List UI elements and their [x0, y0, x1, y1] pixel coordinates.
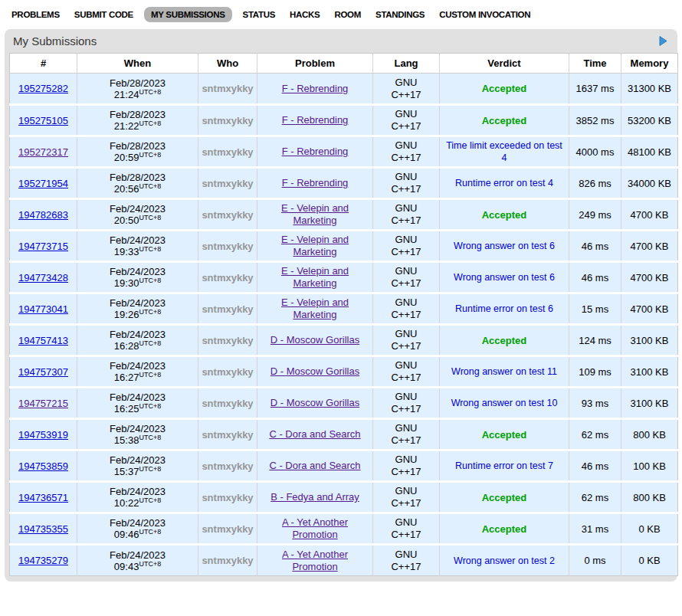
memory-cell: 34000 KB	[621, 168, 678, 199]
user-handle-link[interactable]: sntmxykky	[202, 241, 253, 252]
nav-tab-problems[interactable]: PROBLEMS	[8, 7, 64, 22]
user-handle-link[interactable]: sntmxykky	[202, 523, 253, 535]
problem-link[interactable]: E - Velepin and Marketing	[261, 265, 369, 290]
submission-time: 21:24UTC+8	[80, 89, 195, 100]
time-cell: 46 ms	[569, 262, 621, 293]
problem-link[interactable]: B - Fedya and Array	[271, 491, 359, 503]
when-cell: Feb/24/202319:33UTC+8	[77, 231, 198, 262]
table-row: 194735355Feb/24/202309:46UTC+8sntmxykkyA…	[10, 513, 678, 545]
verdict-label: Accepted	[482, 83, 527, 94]
user-handle-link[interactable]: sntmxykky	[202, 555, 253, 566]
time-cell: 15 ms	[569, 293, 621, 325]
table-row: 194757307Feb/24/202316:27UTC+8sntmxykkyD…	[10, 356, 678, 388]
table-row: 195275282Feb/28/202321:24UTC+8sntmxykkyF…	[10, 74, 678, 105]
time-cell: 249 ms	[569, 199, 621, 231]
submission-date: Feb/24/2023	[80, 392, 195, 403]
lang-cell: GNU C++17	[373, 388, 440, 419]
submission-date: Feb/28/2023	[80, 140, 195, 152]
nav-tab-submit-code[interactable]: SUBMIT CODE	[70, 7, 137, 22]
submission-id-link[interactable]: 194773041	[18, 303, 68, 315]
who-cell: sntmxykky	[198, 262, 257, 293]
user-handle-link[interactable]: sntmxykky	[202, 429, 253, 441]
submission-id-link[interactable]: 194782683	[18, 209, 68, 221]
submission-date: Feb/28/2023	[80, 109, 195, 120]
contest-nav: PROBLEMSSUBMIT CODEMY SUBMISSIONSSTATUSH…	[0, 0, 682, 28]
problem-link[interactable]: D - Moscow Gorillas	[271, 397, 359, 409]
submission-id-cell: 194757413	[10, 325, 77, 356]
problem-cell: E - Velepin and Marketing	[257, 262, 373, 293]
submission-id-link[interactable]: 194773428	[18, 272, 68, 283]
timezone-label: UTC+8	[139, 559, 161, 567]
problem-cell: F - Rebrending	[257, 168, 373, 199]
who-cell: sntmxykky	[198, 136, 257, 168]
submission-id-link[interactable]: 194735355	[18, 523, 68, 535]
verdict-label: Runtime error on test 4	[455, 177, 553, 189]
submission-time: 19:33UTC+8	[80, 246, 195, 257]
problem-link[interactable]: C - Dora and Search	[269, 460, 360, 472]
submission-id-link[interactable]: 194753859	[18, 460, 68, 472]
user-handle-link[interactable]: sntmxykky	[202, 398, 253, 409]
user-handle-link[interactable]: sntmxykky	[202, 146, 253, 158]
submission-id-cell: 194782683	[10, 199, 77, 231]
problem-link[interactable]: E - Velepin and Marketing	[261, 202, 369, 227]
user-handle-link[interactable]: sntmxykky	[202, 115, 253, 126]
problem-cell: E - Velepin and Marketing	[257, 293, 373, 325]
problem-link[interactable]: D - Moscow Gorillas	[271, 365, 359, 378]
problem-link[interactable]: F - Rebrending	[282, 114, 349, 126]
submission-id-link[interactable]: 194757215	[18, 398, 68, 409]
problem-link[interactable]: D - Moscow Gorillas	[271, 334, 359, 346]
problem-link[interactable]: F - Rebrending	[282, 146, 349, 158]
submission-time: 16:25UTC+8	[80, 403, 195, 414]
submission-id-link[interactable]: 194773715	[18, 241, 68, 252]
when-cell: Feb/24/202315:38UTC+8	[77, 419, 198, 451]
table-row: 194753919Feb/24/202315:38UTC+8sntmxykkyC…	[10, 419, 678, 451]
user-handle-link[interactable]: sntmxykky	[202, 303, 253, 315]
user-handle-link[interactable]: sntmxykky	[202, 178, 253, 189]
nav-tab-my-submissions[interactable]: MY SUBMISSIONS	[144, 7, 232, 22]
submission-id-link[interactable]: 194757307	[18, 366, 68, 378]
submission-id-link[interactable]: 195272317	[18, 146, 68, 158]
submission-id-link[interactable]: 194735279	[18, 555, 68, 566]
nav-tab-hacks[interactable]: HACKS	[286, 7, 323, 22]
problem-link[interactable]: E - Velepin and Marketing	[261, 297, 369, 321]
submission-date: Feb/24/2023	[80, 234, 195, 246]
memory-cell: 100 KB	[621, 451, 678, 482]
language-label: GNU C++17	[386, 77, 426, 101]
table-row: 194753859Feb/24/202315:37UTC+8sntmxykkyC…	[10, 451, 678, 482]
problem-link[interactable]: E - Velepin and Marketing	[261, 234, 369, 258]
user-handle-link[interactable]: sntmxykky	[202, 83, 253, 94]
submission-id-link[interactable]: 195275105	[18, 115, 68, 126]
verdict-label: Accepted	[482, 209, 527, 221]
problem-link[interactable]: A - Yet Another Promotion	[261, 549, 369, 573]
submission-id-link[interactable]: 194736571	[18, 492, 68, 503]
user-handle-link[interactable]: sntmxykky	[202, 492, 253, 503]
problem-link[interactable]: F - Rebrending	[282, 83, 349, 95]
expand-arrow-icon[interactable]	[658, 35, 668, 47]
submission-date: Feb/24/2023	[80, 486, 195, 497]
user-handle-link[interactable]: sntmxykky	[202, 272, 253, 283]
when-cell: Feb/24/202309:43UTC+8	[77, 545, 198, 576]
problem-link[interactable]: F - Rebrending	[282, 177, 349, 189]
nav-tab-status[interactable]: STATUS	[239, 7, 280, 22]
when-cell: Feb/24/202310:22UTC+8	[77, 482, 198, 513]
problem-cell: C - Dora and Search	[257, 419, 373, 451]
submission-id-link[interactable]: 194757413	[18, 335, 68, 346]
table-row: 194773428Feb/24/202319:30UTC+8sntmxykkyE…	[10, 262, 678, 293]
nav-tab-standings[interactable]: STANDINGS	[372, 7, 428, 22]
user-handle-link[interactable]: sntmxykky	[202, 209, 253, 221]
problem-link[interactable]: A - Yet Another Promotion	[261, 516, 369, 541]
language-label: GNU C++17	[386, 139, 426, 164]
user-handle-link[interactable]: sntmxykky	[202, 366, 253, 378]
submission-time: 20:50UTC+8	[80, 215, 195, 226]
submission-id-link[interactable]: 194753919	[18, 429, 68, 441]
problem-link[interactable]: C - Dora and Search	[269, 428, 360, 441]
submission-id-link[interactable]: 195275282	[18, 83, 68, 94]
submission-id-link[interactable]: 195271954	[18, 178, 68, 189]
verdict-label: Wrong answer on test 6	[454, 240, 555, 252]
nav-tab-room[interactable]: ROOM	[330, 7, 365, 22]
user-handle-link[interactable]: sntmxykky	[202, 335, 253, 346]
nav-tab-custom-invocation[interactable]: CUSTOM INVOCATION	[435, 7, 534, 22]
who-cell: sntmxykky	[198, 419, 257, 451]
table-row: 194782683Feb/24/202320:50UTC+8sntmxykkyE…	[10, 199, 678, 231]
user-handle-link[interactable]: sntmxykky	[202, 460, 253, 472]
